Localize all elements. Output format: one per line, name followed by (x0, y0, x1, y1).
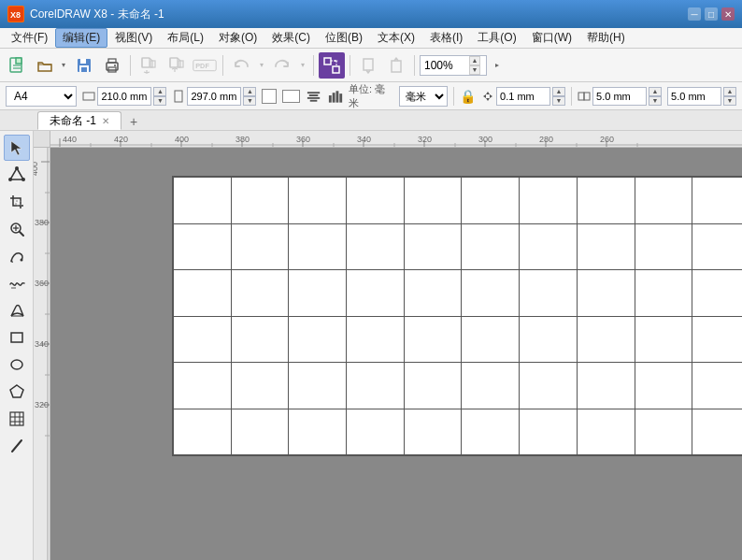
menu-item-edit[interactable]: 编辑(E) (55, 28, 107, 48)
portrait-icon[interactable] (262, 89, 276, 104)
zoom-down-btn[interactable]: ▼ (469, 65, 480, 75)
menu-item-table[interactable]: 表格(I) (422, 28, 470, 48)
maximize-button[interactable]: □ (705, 7, 718, 21)
lock-icon[interactable]: 🔒 (460, 89, 476, 104)
dup-y-up-btn[interactable]: ▲ (723, 87, 736, 96)
tool-zoom[interactable] (4, 216, 30, 242)
dup-x-down-btn[interactable]: ▼ (649, 96, 662, 106)
tool-shape[interactable] (4, 162, 30, 188)
menu-item-view[interactable]: 视图(V) (107, 28, 160, 48)
zoom-input[interactable]: 100% (424, 59, 467, 72)
table-cell (231, 270, 289, 317)
window-controls[interactable]: ─ □ ✕ (688, 7, 735, 21)
svg-rect-29 (175, 91, 182, 102)
up-arrow-button[interactable] (383, 52, 409, 79)
graph-icon[interactable] (327, 88, 343, 105)
print-button[interactable] (99, 52, 125, 79)
close-button[interactable]: ✕ (721, 7, 735, 21)
tool-polygon[interactable] (4, 379, 30, 405)
tool-artpen[interactable] (4, 297, 30, 323)
new-button[interactable] (4, 52, 30, 79)
snap-button[interactable] (319, 52, 345, 79)
main-area: 440 420 400 380 360 340 320 (0, 131, 742, 560)
tool-freehand[interactable] (4, 243, 30, 269)
menu-item-layout[interactable]: 布局(L) (160, 28, 211, 48)
menu-item-file[interactable]: 文件(F) (4, 28, 55, 48)
nudge-input[interactable]: 0.1 mm (496, 87, 550, 106)
menu-item-bitmap[interactable]: 位图(B) (318, 28, 370, 48)
svg-marker-58 (10, 385, 23, 397)
tab-close-btn[interactable]: ✕ (102, 116, 109, 126)
svg-text:280: 280 (539, 135, 553, 144)
table-cell (692, 270, 742, 317)
import-button[interactable] (136, 52, 162, 79)
nudge-spinners: ▲ ▼ (552, 87, 565, 106)
svg-rect-59 (10, 412, 23, 425)
landscape-icon[interactable] (282, 90, 300, 103)
save-button[interactable] (71, 52, 97, 79)
pdf-button[interactable]: PDF (192, 52, 218, 79)
menu-item-tools[interactable]: 工具(O) (470, 28, 523, 48)
width-down-btn[interactable]: ▼ (153, 96, 166, 106)
unit-label: 单位: 毫米 (349, 82, 393, 110)
grid-table (172, 176, 742, 456)
nudge-up-btn[interactable]: ▲ (552, 87, 565, 96)
height-down-btn[interactable]: ▼ (243, 96, 256, 106)
height-up-btn[interactable]: ▲ (243, 87, 256, 96)
menu-item-text[interactable]: 文本(X) (370, 28, 422, 48)
redo-arrow[interactable]: ▾ (297, 52, 308, 79)
dup-y-input[interactable]: 5.0 mm (667, 87, 721, 106)
minimize-button[interactable]: ─ (688, 7, 701, 21)
align-icon[interactable] (306, 88, 321, 105)
tool-smartdraw[interactable] (4, 270, 30, 296)
undo-button[interactable] (228, 52, 254, 79)
tab-unnamed[interactable]: 未命名 -1 ✕ (37, 111, 121, 130)
tool-crop[interactable] (4, 189, 30, 215)
height-input[interactable]: 297.0 mm (187, 87, 241, 106)
dup-y-down-btn[interactable]: ▼ (723, 96, 736, 106)
tool-line[interactable] (4, 433, 30, 459)
tool-table[interactable] (4, 406, 30, 432)
svg-rect-21 (324, 58, 331, 65)
svg-rect-28 (83, 93, 94, 100)
table-cell (692, 409, 742, 455)
svg-text:360: 360 (35, 279, 49, 288)
sep2 (222, 55, 223, 76)
unit-select[interactable]: 毫米 像素 英寸 (399, 86, 449, 107)
tab-add-button[interactable]: + (125, 113, 142, 130)
undo-arrow[interactable]: ▾ (256, 52, 267, 79)
table-cell (404, 270, 462, 317)
menu-item-window[interactable]: 窗口(W) (524, 28, 579, 48)
redo-button[interactable] (269, 52, 295, 79)
open-button-group[interactable]: ▾ (32, 52, 69, 79)
table-cell (635, 363, 692, 409)
zoom-up-btn[interactable]: ▲ (469, 56, 480, 65)
canvas-scroll[interactable] (50, 148, 742, 560)
down-arrow-button[interactable] (355, 52, 381, 79)
table-cell (404, 178, 462, 224)
table-cell (520, 270, 578, 317)
width-input[interactable]: 210.0 mm (97, 87, 151, 106)
zoom-input-group[interactable]: 100% ▲ ▼ (420, 55, 487, 76)
nudge-down-btn[interactable]: ▼ (552, 96, 565, 106)
tool-rectangle[interactable] (4, 324, 30, 351)
tool-select[interactable] (4, 135, 30, 161)
export-button[interactable] (164, 52, 190, 79)
dup-x-input[interactable]: 5.0 mm (592, 87, 647, 106)
table-cell (635, 178, 692, 224)
table-cell (692, 363, 742, 409)
page-size-select[interactable]: A4 A3 Letter (6, 86, 77, 107)
menu-item-effect[interactable]: 效果(C) (264, 28, 318, 48)
open-dropdown-arrow[interactable]: ▾ (58, 52, 69, 79)
menu-item-object[interactable]: 对象(O) (211, 28, 264, 48)
dup-x-up-btn[interactable]: ▲ (649, 87, 662, 96)
open-button[interactable] (32, 52, 58, 79)
menu-item-help[interactable]: 帮助(H) (579, 28, 633, 48)
width-up-btn[interactable]: ▲ (153, 87, 166, 96)
toolbar-more-button[interactable] (489, 52, 504, 79)
svg-rect-35 (333, 93, 335, 102)
tool-ellipse[interactable] (4, 352, 30, 378)
svg-line-64 (12, 440, 21, 452)
sep5 (414, 55, 415, 76)
svg-rect-56 (11, 333, 22, 342)
